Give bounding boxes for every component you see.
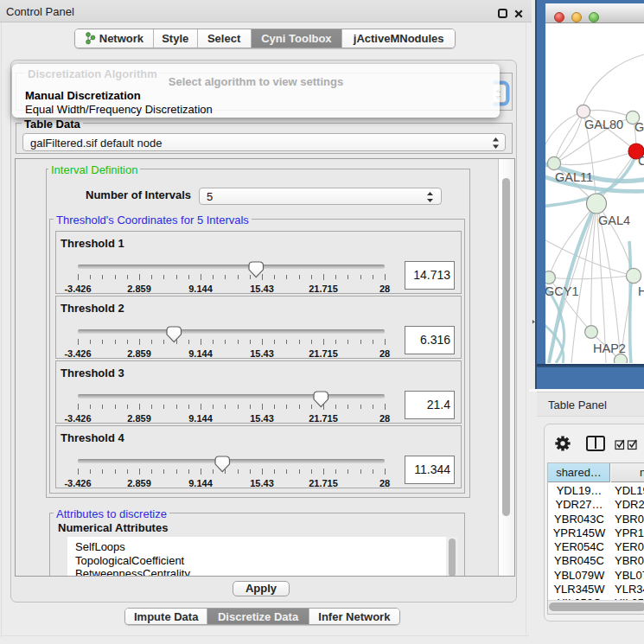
svg-text:GAL4: GAL4 [598,214,630,227]
svg-text:GA: GA [634,120,644,134]
svg-text:GAL80: GAL80 [584,118,623,131]
svg-text:GCY1: GCY1 [545,284,579,298]
svg-text:GAL11: GAL11 [555,170,593,184]
svg-text:C: C [638,154,644,168]
svg-text:HAP2: HAP2 [593,341,626,355]
svg-text:HA: HA [638,284,644,298]
